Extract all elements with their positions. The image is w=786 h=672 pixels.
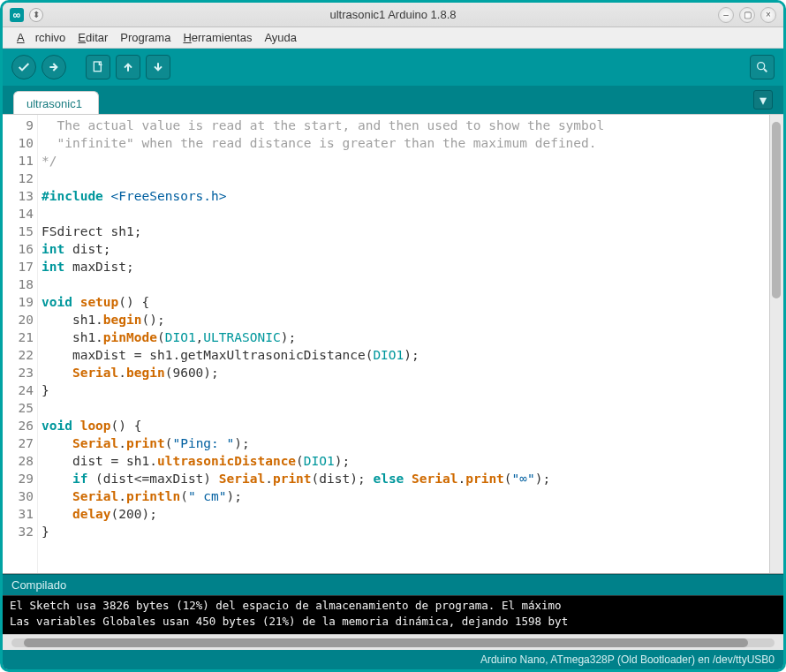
editor-area: 9101112131415161718192021222324252627282…	[3, 114, 783, 574]
menu-editar[interactable]: Editar	[72, 29, 113, 46]
svg-point-1	[758, 63, 765, 70]
sketch-tab[interactable]: ultrasonic1	[13, 91, 99, 114]
window-title: ultrasonic1 Arduino 1.8.8	[3, 8, 783, 21]
vertical-scrollbar[interactable]	[769, 115, 783, 573]
footer-board-info: Arduino Nano, ATmega328P (Old Bootloader…	[3, 650, 783, 669]
line-number-gutter: 9101112131415161718192021222324252627282…	[3, 115, 38, 573]
open-button[interactable]	[116, 55, 140, 79]
new-button[interactable]	[86, 55, 110, 79]
tabbar: ultrasonic1 ▾	[3, 86, 783, 114]
menu-archivo[interactable]: Archivo	[11, 29, 71, 46]
save-button[interactable]	[146, 55, 170, 79]
serial-monitor-button[interactable]	[750, 55, 775, 79]
upload-button[interactable]	[42, 55, 66, 79]
code-editor[interactable]: The actual value is read at the start, a…	[38, 115, 769, 573]
menubar: Archivo Editar Programa Herramientas Ayu…	[3, 27, 783, 49]
menu-programa[interactable]: Programa	[115, 29, 176, 46]
horizontal-scrollbar[interactable]	[3, 634, 783, 650]
arduino-ide-window: ⬍ ultrasonic1 Arduino 1.8.8 – ▢ × Archiv…	[0, 0, 786, 672]
tab-menu-button[interactable]: ▾	[753, 90, 773, 109]
verify-button[interactable]	[11, 55, 36, 79]
console-output[interactable]: El Sketch usa 3826 bytes (12%) del espac…	[3, 595, 783, 634]
status-bar: Compilado	[3, 574, 783, 595]
menu-herramientas[interactable]: Herramientas	[178, 29, 257, 46]
menu-ayuda[interactable]: Ayuda	[259, 29, 302, 46]
svg-rect-0	[94, 62, 101, 72]
board-port-label: Arduino Nano, ATmega328P (Old Bootloader…	[480, 653, 775, 666]
titlebar: ⬍ ultrasonic1 Arduino 1.8.8 – ▢ ×	[3, 3, 783, 27]
toolbar	[3, 49, 783, 86]
